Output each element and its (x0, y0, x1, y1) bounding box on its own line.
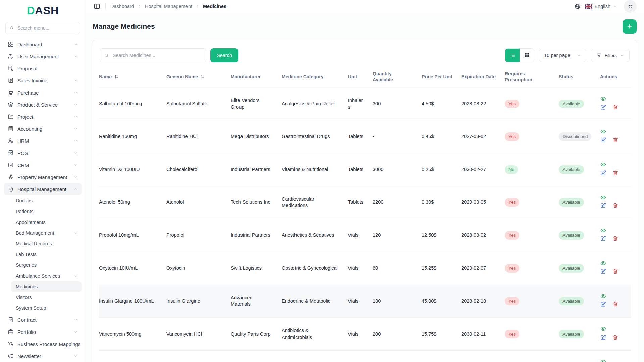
cell-price: 0.45$ (422, 120, 461, 153)
add-medicine-button[interactable] (623, 19, 637, 34)
column-header-quantity-available: Quantity Available (373, 68, 422, 87)
topbar-divider (105, 3, 106, 10)
edit-icon[interactable] (600, 268, 606, 275)
sidebar-subitem-lab-tests[interactable]: Lab Tests (11, 249, 82, 260)
list-view-button[interactable] (505, 49, 520, 62)
chevron-down-icon (73, 42, 78, 47)
delete-icon[interactable] (612, 170, 619, 176)
sidebar-item-crm[interactable]: CRM (4, 159, 82, 171)
status-badge: Available (559, 165, 584, 174)
dashboard-icon (7, 41, 14, 48)
sidebar-subitem-medicines[interactable]: Medicines (11, 281, 82, 292)
sidebar-item-newsletter[interactable]: Newsletter (4, 350, 82, 362)
column-header-generic-name[interactable]: Generic Name (166, 68, 231, 87)
sidebar-subitem-surgeries[interactable]: Surgeries (11, 260, 82, 270)
view-icon[interactable] (600, 227, 606, 234)
sidebar-item-sales-invoice[interactable]: Sales Invoice (4, 74, 82, 86)
cell-generic-name: Epinephrine (166, 351, 231, 362)
sidebar-item-user-management[interactable]: User Management (4, 50, 82, 62)
cell-actions (600, 153, 631, 186)
user-avatar[interactable]: C (624, 0, 637, 13)
view-icon[interactable] (600, 359, 606, 362)
language-selector[interactable]: English (585, 4, 617, 9)
table-body: Salbutamol 100mcgSalbutamol SulfateElite… (99, 87, 631, 362)
view-icon[interactable] (600, 293, 606, 299)
sidebar-item-label: Hospital Management (17, 186, 66, 192)
column-label: Price Per Unit (422, 74, 452, 80)
sidebar-search-input[interactable] (17, 25, 76, 31)
edit-icon[interactable] (600, 334, 606, 341)
view-icon[interactable] (600, 260, 606, 266)
view-icon[interactable] (600, 128, 606, 135)
sidebar-item-contract[interactable]: Contract (4, 314, 82, 326)
sidebar-item-portfolio[interactable]: Portfolio (4, 326, 82, 338)
delete-icon[interactable] (612, 137, 619, 143)
sidebar-item-business-process-mappings[interactable]: Business Process Mappings (4, 338, 82, 350)
sidebar-item-hrm[interactable]: HRM (4, 135, 82, 147)
sidebar-item-dashboard[interactable]: Dashboard (4, 38, 82, 50)
filters-button[interactable]: Filters (591, 49, 630, 62)
sidebar-subitem-appointments[interactable]: Appointments (11, 217, 82, 228)
nodes-icon (7, 341, 14, 347)
grid-view-button[interactable] (520, 49, 534, 62)
edit-icon[interactable] (600, 104, 606, 110)
sidebar-item-purchase[interactable]: Purchase (4, 86, 82, 99)
sidebar-item-accounting[interactable]: Accounting (4, 123, 82, 135)
delete-icon[interactable] (612, 235, 619, 242)
status-badge: Available (559, 100, 584, 108)
sidebar-toggle-icon[interactable] (93, 3, 101, 10)
sidebar-subitem-visitors[interactable]: Visitors (11, 292, 82, 303)
globe-icon[interactable] (574, 3, 581, 10)
sidebar-item-project[interactable]: Project (4, 111, 82, 123)
cell-generic-name: Atenolol (166, 186, 231, 219)
column-label: Status (559, 74, 573, 80)
sidebar-subitem-doctors[interactable]: Doctors (11, 195, 82, 206)
cell-manufacturer: Elite Vendors Group (231, 87, 282, 120)
breadcrumb-dashboard[interactable]: Dashboard (110, 4, 134, 9)
layers-icon (7, 101, 14, 108)
delete-icon[interactable] (612, 104, 619, 110)
view-icon[interactable] (600, 326, 606, 332)
cell-status: Discontinued (559, 120, 600, 153)
edit-icon[interactable] (600, 235, 606, 242)
cell-price: 45.00$ (422, 285, 461, 317)
briefcase-icon (7, 328, 14, 335)
column-header-name[interactable]: Name (99, 68, 166, 87)
view-icon[interactable] (600, 96, 606, 102)
view-icon[interactable] (600, 194, 606, 201)
cell-status: Available (559, 219, 600, 252)
sidebar-item-pos[interactable]: POS (4, 147, 82, 159)
sidebar-subitem-ambulance-services[interactable]: Ambulance Services (11, 270, 82, 281)
cell-name: Propofol 10mg/mL (99, 219, 166, 252)
brand-logo[interactable]: DASH (0, 1, 86, 20)
sort-icon[interactable] (114, 74, 119, 79)
delete-icon[interactable] (612, 202, 619, 209)
cell-unit: Tablets (348, 186, 373, 219)
delete-icon[interactable] (612, 301, 619, 307)
edit-icon[interactable] (600, 202, 606, 209)
per-page-select[interactable]: 10 per page (539, 49, 586, 62)
sidebar-item-product-service[interactable]: Product & Service (4, 99, 82, 111)
sidebar-subitem-patients[interactable]: Patients (11, 206, 82, 217)
delete-icon[interactable] (612, 268, 619, 275)
search-button[interactable]: Search (210, 48, 238, 62)
sidebar-item-hospital-management[interactable]: Hospital Management (4, 183, 82, 195)
requires-prescription-badge: No (505, 165, 518, 174)
view-icon[interactable] (600, 161, 606, 168)
sidebar-subitem-bed-management[interactable]: Bed Management (11, 228, 82, 238)
sidebar-item-label: User Management (17, 54, 59, 59)
sidebar-subitem-system-setup[interactable]: System Setup (11, 303, 82, 313)
breadcrumb-hospital-management[interactable]: Hospital Management (145, 4, 192, 9)
edit-icon[interactable] (600, 170, 606, 176)
cell-category: Endocrine & Metabolic (282, 285, 348, 317)
sidebar-item-proposal[interactable]: Proposal (4, 62, 82, 74)
edit-icon[interactable] (600, 137, 606, 143)
edit-icon[interactable] (600, 301, 606, 307)
sidebar-subitem-medical-records[interactable]: Medical Records (11, 238, 82, 249)
delete-icon[interactable] (612, 334, 619, 341)
sort-icon[interactable] (200, 74, 205, 79)
medicines-search-input[interactable] (112, 52, 202, 58)
sidebar-item-property-management[interactable]: Property Management (4, 171, 82, 183)
sidebar-item-label: Product & Service (17, 102, 58, 108)
cell-manufacturer: Advanced Materials (231, 285, 282, 317)
